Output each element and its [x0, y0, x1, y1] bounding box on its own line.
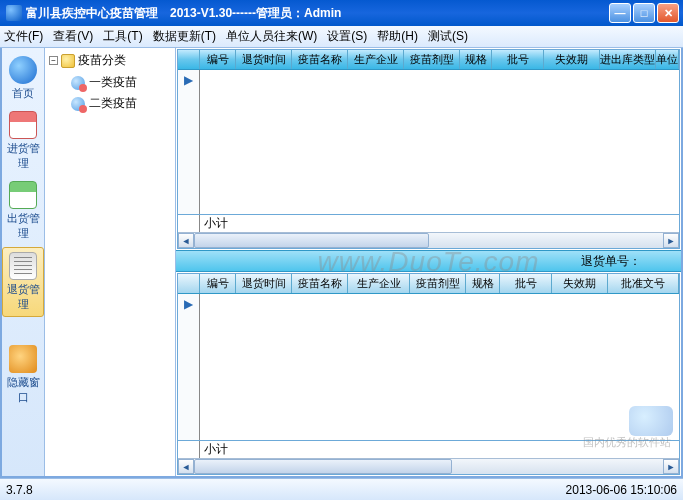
return-order-bar: 退货单号： [176, 250, 681, 272]
menu-unit-personnel[interactable]: 单位人员往来(W) [226, 28, 317, 45]
grid-bot-col-manufacturer[interactable]: 生产企业 [348, 274, 410, 293]
tree-children: 一类疫苗 二类疫苗 [71, 72, 171, 114]
tree-root[interactable]: − 疫苗分类 [49, 52, 171, 69]
grid-bot-col-returntime[interactable]: 退货时间 [236, 274, 292, 293]
title-text: 富川县疾控中心疫苗管理 2013-V1.30------管理员：Admin [26, 5, 609, 22]
grid-top-col-expiry[interactable]: 失效期 [544, 50, 600, 69]
scroll-thumb[interactable] [194, 233, 429, 248]
sidebar-outgoing-label: 出货管理 [2, 211, 44, 241]
grid-bot-col-approval[interactable]: 批准文号 [608, 274, 679, 293]
tree-leaf-type1[interactable]: 一类疫苗 [71, 72, 171, 93]
sidebar-incoming[interactable]: 进货管理 [2, 107, 44, 175]
menu-file[interactable]: 文件(F) [4, 28, 43, 45]
scroll-thumb[interactable] [194, 459, 452, 474]
grid-top-subtotal: 小计 [178, 214, 679, 232]
menu-view[interactable]: 查看(V) [53, 28, 93, 45]
menu-data-update[interactable]: 数据更新(T) [153, 28, 216, 45]
window-controls: — □ ✕ [609, 3, 679, 23]
sidebar-return[interactable]: 退货管理 [2, 247, 44, 317]
grid-top-col-unit[interactable]: 单位 [656, 50, 679, 69]
minimize-button[interactable]: — [609, 3, 631, 23]
tree-leaf2-label: 二类疫苗 [89, 95, 137, 112]
outgoing-icon [9, 181, 37, 209]
sidebar-outgoing[interactable]: 出货管理 [2, 177, 44, 245]
scroll-left-button[interactable]: ◄ [178, 233, 194, 248]
tree-leaf1-label: 一类疫苗 [89, 74, 137, 91]
folder-icon [61, 54, 75, 68]
grid-bot-col-vaccinename[interactable]: 疫苗名称 [292, 274, 348, 293]
return-order-label: 退货单号： [581, 253, 641, 270]
current-row-indicator-icon: ▶ [178, 294, 199, 314]
grid-top-col-returntime[interactable]: 退货时间 [236, 50, 292, 69]
status-version: 3.7.8 [6, 483, 33, 497]
menu-help[interactable]: 帮助(H) [377, 28, 418, 45]
grid-top-col-rowhead[interactable] [178, 50, 200, 69]
grid-top-hscroll[interactable]: ◄ ► [178, 232, 679, 248]
scroll-right-button[interactable]: ► [663, 233, 679, 248]
scroll-track[interactable] [194, 459, 663, 474]
grid-top-col-dosageform[interactable]: 疫苗剂型 [404, 50, 460, 69]
grid-top-rows[interactable] [200, 70, 679, 214]
grid-top-body[interactable]: ▶ [178, 70, 679, 214]
home-icon [9, 56, 37, 84]
tree-leaf-type2[interactable]: 二类疫苗 [71, 93, 171, 114]
grid-bottom-subtotal-gutter [178, 441, 200, 458]
grid-bottom-rows[interactable] [200, 294, 679, 440]
scroll-right-button[interactable]: ► [663, 459, 679, 474]
sidebar-return-label: 退货管理 [3, 282, 43, 312]
grid-bottom-subtotal: 小计 [178, 440, 679, 458]
grid-bottom-rowheader-gutter: ▶ [178, 294, 200, 440]
sidebar-hide[interactable]: 隐藏窗口 [2, 341, 44, 409]
sidebar: 首页 进货管理 出货管理 退货管理 隐藏窗口 [2, 48, 45, 476]
grid-bot-col-spec[interactable]: 规格 [466, 274, 500, 293]
sidebar-home-label: 首页 [12, 86, 34, 101]
grid-top-col-iotype[interactable]: 进出库类型 [600, 50, 656, 69]
menu-test[interactable]: 测试(S) [428, 28, 468, 45]
grid-bottom-subtotal-label: 小计 [200, 441, 228, 458]
menubar: 文件(F) 查看(V) 工具(T) 数据更新(T) 单位人员往来(W) 设置(S… [0, 26, 683, 48]
sidebar-incoming-label: 进货管理 [2, 141, 44, 171]
grid-bottom-header: 编号 退货时间 疫苗名称 生产企业 疫苗剂型 规格 批号 失效期 批准文号 [178, 274, 679, 294]
main-panel: 编号 退货时间 疫苗名称 生产企业 疫苗剂型 规格 批号 失效期 进出库类型 单… [176, 48, 681, 476]
grid-bot-col-id[interactable]: 编号 [200, 274, 236, 293]
grid-top-col-vaccinename[interactable]: 疫苗名称 [292, 50, 348, 69]
grid-bottom-hscroll[interactable]: ◄ ► [178, 458, 679, 474]
menu-tool[interactable]: 工具(T) [103, 28, 142, 45]
grid-bot-col-expiry[interactable]: 失效期 [552, 274, 608, 293]
current-row-indicator-icon: ▶ [178, 70, 199, 90]
close-button[interactable]: ✕ [657, 3, 679, 23]
grid-top: 编号 退货时间 疫苗名称 生产企业 疫苗剂型 规格 批号 失效期 进出库类型 单… [177, 49, 680, 249]
grid-bottom: 编号 退货时间 疫苗名称 生产企业 疫苗剂型 规格 批号 失效期 批准文号 ▶ … [177, 273, 680, 475]
statusbar: 3.7.8 2013-06-06 15:10:06 [0, 478, 683, 500]
grid-top-header: 编号 退货时间 疫苗名称 生产企业 疫苗剂型 规格 批号 失效期 进出库类型 单… [178, 50, 679, 70]
grid-bot-col-dosageform[interactable]: 疫苗剂型 [410, 274, 466, 293]
vaccine-icon [71, 97, 85, 111]
sidebar-home[interactable]: 首页 [2, 52, 44, 105]
grid-top-col-batch[interactable]: 批号 [492, 50, 544, 69]
titlebar: 富川县疾控中心疫苗管理 2013-V1.30------管理员：Admin — … [0, 0, 683, 26]
grid-top-rowheader-gutter: ▶ [178, 70, 200, 214]
grid-top-col-manufacturer[interactable]: 生产企业 [348, 50, 404, 69]
grid-top-col-id[interactable]: 编号 [200, 50, 236, 69]
maximize-button[interactable]: □ [633, 3, 655, 23]
sidebar-hide-label: 隐藏窗口 [2, 375, 44, 405]
grid-bot-col-batch[interactable]: 批号 [500, 274, 552, 293]
tree-collapse-icon[interactable]: − [49, 56, 58, 65]
app-icon [6, 5, 22, 21]
return-icon [9, 252, 37, 280]
vaccine-icon [71, 76, 85, 90]
grid-top-col-spec[interactable]: 规格 [460, 50, 492, 69]
grid-top-subtotal-gutter [178, 215, 200, 232]
grid-bottom-body[interactable]: ▶ [178, 294, 679, 440]
hide-icon [9, 345, 37, 373]
incoming-icon [9, 111, 37, 139]
grid-bot-col-rowhead[interactable] [178, 274, 200, 293]
status-datetime: 2013-06-06 15:10:06 [566, 483, 677, 497]
grid-top-subtotal-label: 小计 [200, 215, 228, 232]
scroll-track[interactable] [194, 233, 663, 248]
tree-panel: − 疫苗分类 一类疫苗 二类疫苗 [45, 48, 176, 476]
tree-root-label: 疫苗分类 [78, 52, 126, 69]
scroll-left-button[interactable]: ◄ [178, 459, 194, 474]
client-area: 首页 进货管理 出货管理 退货管理 隐藏窗口 − 疫苗分类 [0, 48, 683, 478]
menu-settings[interactable]: 设置(S) [327, 28, 367, 45]
